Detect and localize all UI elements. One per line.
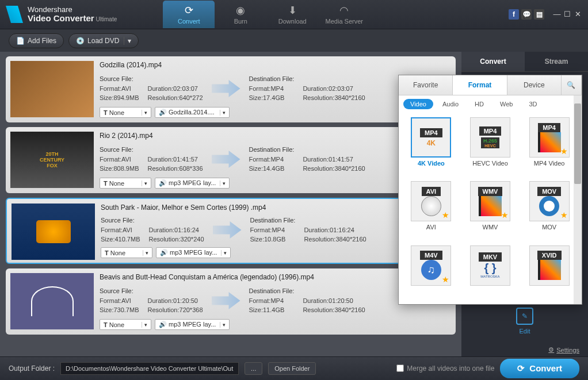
format-label: HEVC Video (463, 160, 518, 167)
subtab-3d[interactable]: 3D (522, 99, 544, 109)
burn-icon: ◉ (215, 4, 266, 17)
output-folder-label: Output Folder : (9, 364, 55, 373)
file-thumbnail[interactable] (12, 204, 95, 260)
sidebar-tab-convert[interactable]: Convert (461, 52, 525, 72)
scrollbar[interactable] (574, 95, 582, 304)
nav-convert[interactable]: ⟳Convert (163, 1, 215, 28)
format-item[interactable]: MKV { }MATROSKA (463, 245, 518, 298)
menu-icon[interactable]: ▤ (534, 9, 544, 20)
format-item[interactable]: MP4 ★ MP4 Video (521, 117, 577, 176)
dest-info: Destination File: Format:MP4 Size:10.8GB (250, 216, 296, 244)
subtab-hd[interactable]: HD (468, 99, 491, 109)
file-card[interactable]: Beavis and Butt-Head Conquistam a Améric… (6, 268, 456, 335)
nav-burn[interactable]: ◉Burn (215, 1, 266, 28)
format-icon: XVID (529, 245, 570, 286)
audio-dropdown[interactable]: 🔊 Godzilla.2014....▾ (155, 107, 230, 118)
dest-info: Destination File: Format:MP4 Size:17.4GB (249, 74, 295, 103)
format-icon: AVI ★ (411, 181, 451, 221)
sidebar-tab-stream[interactable]: Stream (525, 52, 588, 72)
settings-link[interactable]: ⚙ Settings (461, 343, 588, 356)
logo-icon (6, 6, 23, 23)
add-files-button[interactable]: 📄 Add Files (9, 33, 64, 48)
popup-tab-device[interactable]: Device (507, 75, 562, 95)
open-folder-button[interactable]: Open Folder (268, 362, 316, 375)
brand-name: Wondershare (28, 6, 117, 14)
source-info: Source File: Format:AVI Size:808.9MB (100, 145, 139, 174)
subtitle-dropdown[interactable]: T None▾ (100, 319, 151, 330)
format-item[interactable]: AVI ★ AVI (403, 181, 459, 240)
source-info: Source File: Format:AVI Size:730.7MB (100, 286, 139, 315)
nav-download[interactable]: ⬇Download (266, 1, 318, 28)
format-item[interactable]: MOV ★ MOV (521, 181, 577, 240)
subtab-web[interactable]: Web (493, 99, 520, 109)
dest-info: Destination File: Format:MP4 Size:14.4GB (249, 145, 295, 174)
file-list[interactable]: Godzilla (2014).mp4 Source File: Format:… (0, 52, 461, 356)
popup-tab-favorite[interactable]: Favorite (399, 75, 453, 95)
format-label: MOV (521, 224, 577, 231)
file-card[interactable]: 20THCENTURYFOX Rio 2 (2014).mp4 Source F… (6, 127, 456, 193)
format-item[interactable]: M4V ♫ ★ (403, 245, 459, 298)
facebook-icon[interactable]: f (509, 9, 519, 20)
subtab-audio[interactable]: Audio (436, 99, 465, 109)
format-icon: MP4 H.265HEVC (470, 117, 510, 158)
merge-checkbox[interactable]: Merge all videos into one file (396, 364, 494, 373)
browse-button[interactable]: ... (245, 362, 262, 375)
convert-button[interactable]: ⟳ Convert (500, 359, 579, 378)
audio-dropdown[interactable]: 🔊 mp3 MPEG lay...▾ (155, 178, 230, 189)
main-nav: ⟳Convert ◉Burn ⬇Download ◠Media Server (163, 1, 370, 28)
file-thumbnail[interactable] (10, 273, 94, 329)
file-thumbnail[interactable] (10, 61, 94, 117)
mediaserver-icon: ◠ (318, 4, 370, 17)
feedback-icon[interactable]: 💬 (521, 9, 532, 20)
format-item[interactable]: MP4 H.265HEVC HEVC Video (463, 117, 518, 176)
source-info-2: Duration:01:20:50 Resolution:720*368 (147, 286, 203, 315)
subtitle-dropdown[interactable]: T None▾ (101, 247, 152, 258)
dest-info-2: Duration:01:16:24 Resolution:3840*2160 (304, 216, 366, 244)
format-label: WMV (463, 224, 518, 231)
minimize-button[interactable]: — (552, 10, 562, 19)
app-logo: Wondershare Video ConverterUltimate (6, 6, 117, 24)
format-popup: Favorite Format Device 🔍 Video Audio HD … (398, 75, 582, 305)
gear-icon: ⚙ (548, 346, 554, 354)
scrollbar-thumb[interactable] (574, 103, 581, 184)
format-item[interactable]: XVID (521, 245, 577, 298)
nav-media-server[interactable]: ◠Media Server (318, 1, 370, 28)
star-icon: ★ (501, 210, 509, 220)
subtab-video[interactable]: Video (403, 99, 433, 109)
format-item[interactable]: MP4 4K 4K Video (403, 117, 459, 176)
audio-dropdown[interactable]: 🔊 mp3 MPEG lay...▾ (156, 247, 231, 258)
star-icon: ★ (560, 210, 568, 220)
arrow-icon (212, 80, 240, 97)
source-info-2: Duration:02:03:07 Resolution:640*272 (147, 74, 203, 103)
subtitle-dropdown[interactable]: T None▾ (100, 107, 151, 118)
maximize-button[interactable]: ☐ (563, 10, 572, 19)
load-dvd-button[interactable]: 💿 Load DVD ▾ (68, 33, 139, 48)
popup-tab-format[interactable]: Format (453, 75, 507, 95)
output-path-input[interactable] (60, 362, 239, 375)
popup-search-button[interactable]: 🔍 (562, 75, 582, 95)
format-item[interactable]: WMV ★ WMV (463, 181, 518, 240)
toolbar: 📄 Add Files 💿 Load DVD ▾ (0, 29, 588, 52)
format-grid[interactable]: MP4 4K 4K Video MP4 H.265HEVC HEVC Video… (399, 113, 582, 302)
convert-icon: ⟳ (163, 4, 215, 17)
chevron-down-icon[interactable]: ▾ (124, 37, 131, 45)
arrow-icon (212, 292, 240, 309)
merge-checkbox-input[interactable] (396, 364, 404, 372)
edit-icon[interactable]: ✎ (516, 308, 533, 325)
arrow-icon (213, 221, 242, 239)
close-button[interactable]: ✕ (573, 10, 582, 19)
file-thumbnail[interactable]: 20THCENTURYFOX (10, 132, 94, 188)
file-name: South Park - Maior, Melhor e Sem Cortes … (101, 204, 450, 212)
subtitle-dropdown[interactable]: T None▾ (100, 178, 151, 189)
format-icon: MOV ★ (529, 181, 570, 221)
file-card[interactable]: South Park - Maior, Melhor e Sem Cortes … (6, 198, 456, 264)
footer: Output Folder : ... Open Folder Merge al… (0, 356, 588, 379)
file-card[interactable]: Godzilla (2014).mp4 Source File: Format:… (6, 56, 456, 122)
format-icon: M4V ♫ ★ (411, 245, 451, 286)
format-label: MP4 Video (521, 160, 577, 167)
add-files-icon: 📄 (16, 37, 25, 45)
dest-info-2: Duration:01:41:57 Resolution:3840*2160 (303, 145, 365, 174)
edit-label[interactable]: Edit (470, 328, 579, 335)
app-edition: Ultimate (96, 16, 117, 22)
audio-dropdown[interactable]: 🔊 mp3 MPEG lay...▾ (155, 319, 230, 330)
